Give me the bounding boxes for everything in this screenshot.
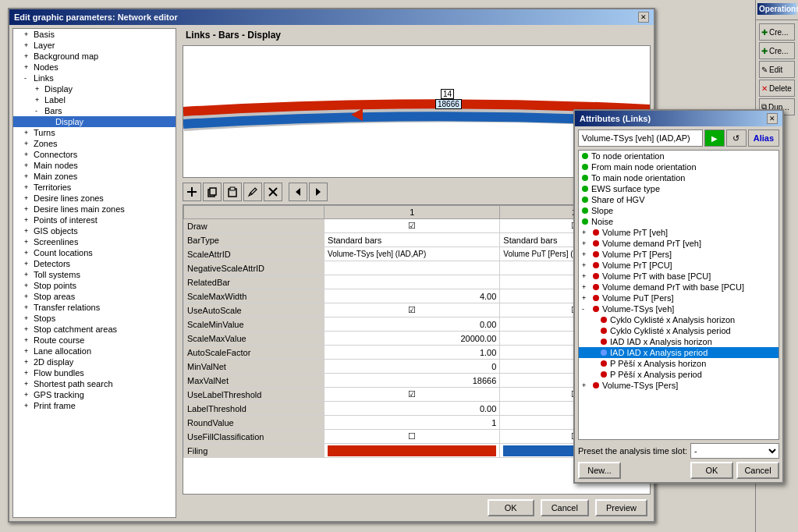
bartype-col1[interactable]: Standard bars xyxy=(325,233,500,247)
main-close-button[interactable]: ✕ xyxy=(638,12,649,23)
add-button[interactable] xyxy=(183,183,201,201)
tree-item-zones[interactable]: + Zones xyxy=(13,138,176,149)
filing-col1[interactable] xyxy=(325,444,500,458)
tree-item-bgmap[interactable]: + Background map xyxy=(13,51,176,62)
tree-item-territories[interactable]: + Territories xyxy=(13,182,176,193)
ops-create2-button[interactable]: ✚ Cre... xyxy=(759,42,795,59)
tree-item-poi[interactable]: + Points of interest xyxy=(13,215,176,225)
ops-edit-button[interactable]: ✎ Edit xyxy=(759,61,795,78)
tree-item-desire-lines-zones[interactable]: + Desire lines zones xyxy=(13,193,176,204)
tree-item-connectors[interactable]: + Connectors xyxy=(13,149,176,160)
tree-item-gps[interactable]: + GPS tracking xyxy=(13,389,176,400)
forward-button[interactable] xyxy=(309,183,328,201)
back-button[interactable] xyxy=(289,183,307,201)
attr-item-iad-period[interactable]: IAD IAD x Analysis period xyxy=(579,347,778,358)
minvalnet-col1[interactable]: 0 xyxy=(325,360,500,374)
tree-item-layer[interactable]: + Layer xyxy=(13,40,176,51)
attr-item-noise[interactable]: Noise xyxy=(579,216,778,227)
attr-item-vol-prt-veh[interactable]: + Volume PrT [veh] xyxy=(579,227,778,238)
attr-item-from-main[interactable]: From main node orientation xyxy=(579,161,778,172)
tree-item-screenlines[interactable]: + Screenlines xyxy=(13,236,176,247)
attr-item-to-node[interactable]: To node orientation xyxy=(579,151,778,161)
attr-alias-button[interactable]: Alias xyxy=(748,129,779,147)
attr-item-pesi-horizon[interactable]: P Pěší x Analysis horizon xyxy=(579,358,778,369)
tree-item-stops[interactable]: + Stops xyxy=(13,313,176,324)
ops-tab-label[interactable]: Operations xyxy=(757,3,796,15)
tree-item-links-bars[interactable]: - Bars xyxy=(13,105,176,116)
attr-item-pesi-period[interactable]: P Pěší x Analysis period xyxy=(579,369,778,380)
tree-item-stop-points[interactable]: + Stop points xyxy=(13,280,176,291)
attr-item-cyklo-horizon[interactable]: Cyklo Cyklisté x Analysis horizon xyxy=(579,314,778,325)
col-header-1: 1 xyxy=(325,206,500,219)
autofactor-col1[interactable]: 1.00 xyxy=(325,346,500,360)
attr-item-vol-tsys-pers[interactable]: + Volume-TSys [Pers] xyxy=(579,380,778,391)
attr-item-vol-put[interactable]: + Volume PuT [Pers] xyxy=(579,293,778,303)
attr-loop-button[interactable]: ↺ xyxy=(726,129,747,147)
attr-play-button[interactable]: ▶ xyxy=(704,129,725,147)
tree-item-main-zones[interactable]: + Main zones xyxy=(13,171,176,182)
scalemin-col1[interactable]: 0.00 xyxy=(325,317,500,332)
copy-button[interactable] xyxy=(203,183,222,201)
attr-item-ews[interactable]: EWS surface type xyxy=(579,183,778,194)
tree-item-bars-display[interactable]: Display xyxy=(13,116,176,127)
attr-item-hgv[interactable]: Share of HGV xyxy=(579,194,778,205)
attr-item-vol-demand-prt[interactable]: + Volume demand PrT [veh] xyxy=(579,238,778,249)
tree-item-main-nodes[interactable]: + Main nodes xyxy=(13,160,176,171)
tree-item-route[interactable]: + Route course xyxy=(13,335,176,346)
scalemaxv-col1[interactable]: 20000.00 xyxy=(325,332,500,346)
attr-item-to-main[interactable]: To main node orientation xyxy=(579,172,778,183)
attr-search-input[interactable] xyxy=(578,129,703,147)
attr-item-vol-base-pcu[interactable]: + Volume PrT with base [PCU] xyxy=(579,271,778,282)
attr-item-vol-prt-pcu[interactable]: + Volume PrT [PCU] xyxy=(579,260,778,271)
edit-button[interactable] xyxy=(243,183,262,201)
attr-ok-button[interactable]: OK xyxy=(690,462,733,479)
attr-item-vol-demand-base[interactable]: + Volume demand PrT with base [PCU] xyxy=(579,282,778,293)
ok-button[interactable]: OK xyxy=(488,499,534,516)
scaleattr-col1[interactable]: Volume-TSys [veh] (IAD,AP) xyxy=(325,247,500,261)
attr-close-button[interactable]: ✕ xyxy=(767,113,778,124)
delete-button[interactable] xyxy=(264,183,282,201)
tree-item-turns[interactable]: + Turns xyxy=(13,127,176,138)
tree-item-stop-catchment[interactable]: + Stop catchment areas xyxy=(13,324,176,335)
attr-cancel-button[interactable]: Cancel xyxy=(736,462,779,479)
attr-item-iad-horizon[interactable]: IAD IAD x Analysis horizon xyxy=(579,336,778,347)
preset-select[interactable]: - xyxy=(690,443,779,459)
cancel-button[interactable]: Cancel xyxy=(541,499,589,516)
maxvalnet-col1[interactable]: 18666 xyxy=(325,374,500,388)
draw-col1[interactable]: ☑ xyxy=(325,219,500,233)
tree-item-detectors[interactable]: + Detectors xyxy=(13,258,176,269)
tree-item-transfer[interactable]: + Transfer relations xyxy=(13,302,176,313)
tree-item-links[interactable]: - Links xyxy=(13,73,176,83)
attr-item-vol-prt-pers[interactable]: + Volume PrT [Pers] xyxy=(579,249,778,260)
tree-item-print[interactable]: + Print frame xyxy=(13,400,176,411)
tree-item-toll[interactable]: + Toll systems xyxy=(13,269,176,280)
tree-item-desire-lines-main[interactable]: + Desire lines main zones xyxy=(13,204,176,215)
fillclass-col1[interactable]: ☐ xyxy=(325,430,500,444)
preview-button[interactable]: Preview xyxy=(595,499,647,516)
negscale-col1[interactable] xyxy=(325,261,500,275)
related-col1[interactable] xyxy=(325,275,500,289)
tree-item-shortest[interactable]: + Shortest path search xyxy=(13,378,176,389)
attr-item-cyklo-period[interactable]: Cyklo Cyklisté x Analysis period xyxy=(579,325,778,336)
tree-item-basis[interactable]: + Basis xyxy=(13,29,176,40)
attr-item-slope[interactable]: Slope xyxy=(579,205,778,216)
scalemax-col1[interactable]: 4.00 xyxy=(325,289,500,303)
tree-item-2d[interactable]: + 2D display xyxy=(13,356,176,367)
tree-item-nodes[interactable]: + Nodes xyxy=(13,62,176,73)
paste-button[interactable] xyxy=(223,183,242,201)
attr-item-vol-tsys[interactable]: - Volume-TSys [veh] xyxy=(579,303,778,314)
attr-new-button[interactable]: New... xyxy=(578,462,621,479)
tree-item-count-locations[interactable]: + Count locations xyxy=(13,247,176,258)
tree-item-links-display[interactable]: + Display xyxy=(13,83,176,94)
labelthresh-col1[interactable]: ☑ xyxy=(325,388,500,402)
tree-item-stop-areas[interactable]: + Stop areas xyxy=(13,291,176,302)
labelthreshv-col1[interactable]: 0.00 xyxy=(325,402,500,416)
tree-item-links-label[interactable]: + Label xyxy=(13,94,176,105)
tree-item-gis[interactable]: + GIS objects xyxy=(13,225,176,236)
ops-create1-button[interactable]: ✚ Cre... xyxy=(759,23,795,41)
tree-item-lane[interactable]: + Lane allocation xyxy=(13,346,176,356)
autoscale-col1[interactable]: ☑ xyxy=(325,303,500,317)
round-col1[interactable]: 1 xyxy=(325,416,500,430)
ops-delete-button[interactable]: ✕ Delete xyxy=(759,80,795,97)
tree-item-flow[interactable]: + Flow bundles xyxy=(13,367,176,378)
